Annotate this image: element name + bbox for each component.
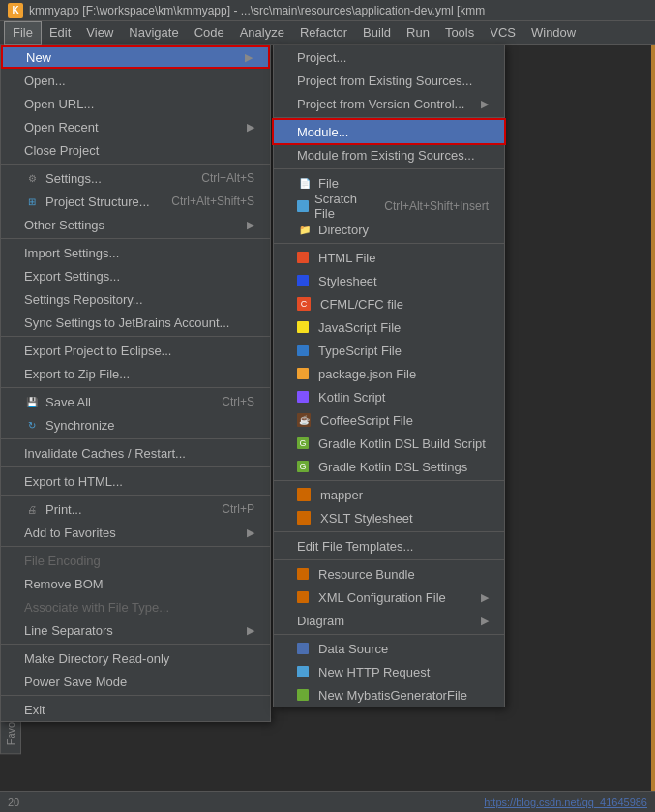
new-xslt-item[interactable]: XSLT Stylesheet	[274, 506, 504, 529]
file-print-label: Print...	[45, 502, 82, 517]
file-exit-label: Exit	[24, 703, 45, 717]
menu-build[interactable]: Build	[355, 21, 399, 45]
new-stylesheet-label: Stylesheet	[318, 274, 377, 288]
new-coffeescript-label: CoffeeScript File	[320, 413, 413, 428]
file-open-url-item[interactable]: Open URL...	[1, 92, 270, 115]
new-coffeescript-item[interactable]: ☕ CoffeeScript File	[274, 408, 504, 432]
kotlin-script-icon	[297, 391, 309, 403]
new-module-existing-label: Module from Existing Sources...	[297, 148, 475, 163]
file-export-html-item[interactable]: Export to HTML...	[1, 469, 270, 493]
file-invalidate-caches-item[interactable]: Invalidate Caches / Restart...	[1, 441, 270, 465]
file-remove-bom-item[interactable]: Remove BOM	[1, 572, 270, 595]
new-data-source-label: Data Source	[318, 642, 388, 656]
print-shortcut: Ctrl+P	[222, 502, 254, 516]
file-export-settings-item[interactable]: Export Settings...	[1, 264, 270, 287]
menu-view[interactable]: View	[78, 21, 121, 45]
new-http-request-item[interactable]: New HTTP Request	[274, 660, 504, 683]
file-close-project-item[interactable]: Close Project	[1, 138, 270, 162]
menu-edit[interactable]: Edit	[42, 21, 78, 45]
file-project-structure-item[interactable]: ⊞ Project Structure... Ctrl+Alt+Shift+S	[1, 190, 270, 213]
file-export-html-label: Export to HTML...	[24, 474, 123, 489]
menu-refactor[interactable]: Refactor	[292, 21, 355, 45]
new-project-item[interactable]: Project...	[274, 45, 504, 69]
file-power-save-item[interactable]: Power Save Mode	[1, 670, 270, 693]
file-synchronize-item[interactable]: ↻ Synchronize	[1, 413, 270, 436]
new-scratch-file-item[interactable]: Scratch File Ctrl+Alt+Shift+Insert	[274, 195, 504, 218]
new-ts-item[interactable]: TypeScript File	[274, 339, 504, 362]
new-sep-5	[274, 531, 504, 532]
new-project-existing-item[interactable]: Project from Existing Sources...	[274, 69, 504, 92]
new-edit-templates-label: Edit File Templates...	[297, 539, 413, 554]
file-other-settings-label: Other Settings	[24, 218, 104, 232]
new-resource-bundle-item[interactable]: Resource Bundle	[274, 562, 504, 586]
file-export-eclipse-item[interactable]: Export Project to Eclipse...	[1, 339, 270, 362]
file-open-item[interactable]: Open...	[1, 69, 270, 92]
menu-window[interactable]: Window	[523, 21, 583, 45]
new-sep-1	[274, 117, 504, 118]
file-import-settings-item[interactable]: Import Settings...	[1, 241, 270, 264]
new-gradle-kt-build-item[interactable]: G Gradle Kotlin DSL Build Script	[274, 432, 504, 455]
new-html-label: HTML File	[318, 251, 375, 265]
new-scratch-file-label: Scratch File	[314, 192, 365, 221]
file-add-favorites-item[interactable]: Add to Favorites ▶	[1, 521, 270, 544]
file-settings-item[interactable]: ⚙ Settings... Ctrl+Alt+S	[1, 166, 270, 190]
new-sep-6	[274, 559, 504, 560]
new-html-item[interactable]: HTML File	[274, 246, 504, 269]
new-xml-config-item[interactable]: XML Configuration File ▶	[274, 586, 504, 609]
new-cfml-item[interactable]: C CFML/CFC file	[274, 292, 504, 316]
file-line-separators-item[interactable]: Line Separators ▶	[1, 618, 270, 642]
new-file-label: File	[318, 176, 339, 191]
settings-shortcut: Ctrl+Alt+S	[201, 171, 254, 185]
file-open-recent-item[interactable]: Open Recent ▶	[1, 115, 270, 138]
file-other-settings-item[interactable]: Other Settings ▶	[1, 213, 270, 236]
new-ts-label: TypeScript File	[318, 344, 402, 358]
new-module-item[interactable]: Module...	[274, 120, 504, 143]
new-arrow-icon: ▶	[245, 51, 253, 64]
directory-icon: 📁	[297, 222, 313, 237]
new-js-item[interactable]: JavaScript File	[274, 316, 504, 339]
file-save-all-item[interactable]: 💾 Save All Ctrl+S	[1, 390, 270, 413]
menu-code[interactable]: Code	[187, 21, 232, 45]
new-mybatis-generator-item[interactable]: New MybatisGeneratorFile	[274, 683, 504, 707]
new-pkg-json-item[interactable]: package.json File	[274, 362, 504, 385]
file-make-readonly-item[interactable]: Make Directory Read-only	[1, 647, 270, 670]
file-new-item[interactable]: New ▶	[1, 45, 270, 69]
file-print-item[interactable]: 🖨 Print... Ctrl+P	[1, 497, 270, 521]
new-directory-item[interactable]: 📁 Directory	[274, 218, 504, 241]
file-associate-type-item: Associate with File Type...	[1, 595, 270, 618]
new-kotlin-script-label: Kotlin Script	[318, 390, 385, 405]
project-structure-icon: ⊞	[24, 194, 40, 209]
menu-vcs[interactable]: VCS	[482, 21, 523, 45]
file-settings-label: Settings...	[45, 171, 102, 186]
menu-analyze[interactable]: Analyze	[232, 21, 292, 45]
file-settings-repo-label: Settings Repository...	[24, 292, 143, 307]
file-sync-settings-item[interactable]: Sync Settings to JetBrains Account...	[1, 311, 270, 334]
file-exit-item[interactable]: Exit	[1, 698, 270, 721]
cfml-icon: C	[297, 297, 311, 311]
menu-navigate[interactable]: Navigate	[121, 21, 186, 45]
resource-bundle-icon	[297, 568, 309, 580]
menu-tools[interactable]: Tools	[437, 21, 482, 45]
new-project-vcs-item[interactable]: Project from Version Control... ▶	[274, 92, 504, 115]
new-module-existing-item[interactable]: Module from Existing Sources...	[274, 143, 504, 166]
new-project-vcs-label: Project from Version Control...	[297, 97, 464, 111]
status-url[interactable]: https://blog.csdn.net/qq_41645986	[484, 797, 647, 808]
html-file-icon	[297, 252, 309, 263]
separator-2	[1, 238, 270, 239]
new-data-source-item[interactable]: Data Source	[274, 637, 504, 660]
new-diagram-item[interactable]: Diagram ▶	[274, 609, 504, 632]
new-mapper-item[interactable]: mapper	[274, 483, 504, 506]
new-cfml-label: CFML/CFC file	[320, 297, 403, 312]
file-export-zip-item[interactable]: Export to Zip File...	[1, 362, 270, 385]
new-kotlin-script-item[interactable]: Kotlin Script	[274, 385, 504, 408]
menu-run[interactable]: Run	[399, 21, 437, 45]
new-gradle-kt-settings-item[interactable]: G Gradle Kotlin DSL Settings	[274, 455, 504, 478]
new-http-request-label: New HTTP Request	[318, 665, 430, 679]
synchronize-icon: ↻	[24, 417, 40, 433]
menu-file[interactable]: File	[4, 21, 42, 45]
file-export-settings-label: Export Settings...	[24, 269, 120, 284]
new-stylesheet-item[interactable]: Stylesheet	[274, 269, 504, 292]
line-sep-arrow-icon: ▶	[247, 624, 254, 637]
file-settings-repo-item[interactable]: Settings Repository...	[1, 287, 270, 311]
new-edit-templates-item[interactable]: Edit File Templates...	[274, 534, 504, 557]
